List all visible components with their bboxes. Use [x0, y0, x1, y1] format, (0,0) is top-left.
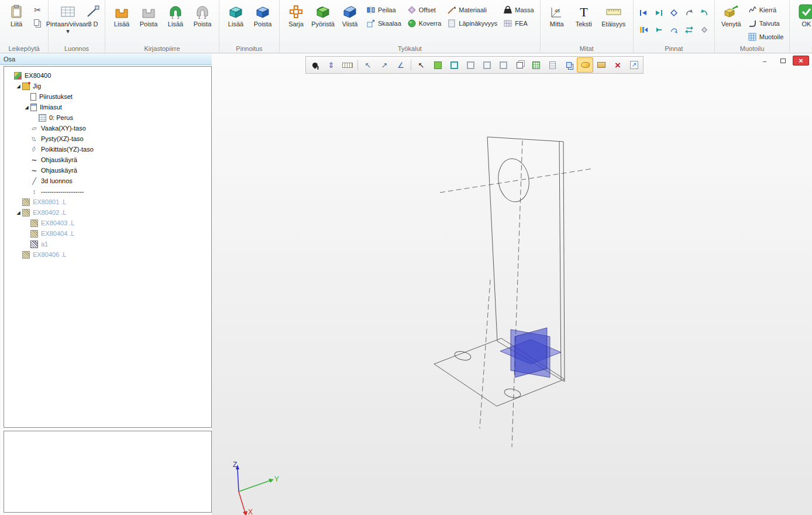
tree-item-icon	[22, 209, 30, 217]
group-label-kirjastopiirre: Kirjastopiirre	[105, 45, 219, 52]
mass-button[interactable]: Massa	[501, 5, 535, 15]
text-button[interactable]: T Teksti	[570, 2, 597, 40]
minimize-button[interactable]: –	[756, 56, 773, 66]
face-outline-3-icon[interactable]	[495, 57, 511, 73]
fillet-button[interactable]: Pyöristä	[309, 2, 336, 40]
3d-viewport[interactable]: Z Y X ⇕ ↖ ↗ ∠ ↖	[212, 54, 812, 515]
cut-button[interactable]: ✂	[31, 5, 44, 15]
mirror-button[interactable]: Peilaa	[364, 5, 403, 15]
tree-item[interactable]: a1	[4, 239, 211, 249]
expander-icon[interactable]: ◢	[23, 105, 30, 110]
tree-item[interactable]: Pysty(XZ)-taso	[4, 133, 211, 144]
measure-height-icon[interactable]: ⇕	[323, 57, 339, 73]
mesh-box-icon[interactable]	[528, 57, 544, 73]
curved-arrow-left-icon[interactable]	[682, 5, 696, 20]
library-arch-remove-button[interactable]: 12 Poista	[189, 2, 216, 40]
coating-add-button[interactable]: Lisää	[222, 2, 249, 40]
svg-text:T: T	[580, 5, 588, 19]
expander-icon[interactable]: ◢	[15, 84, 22, 89]
arrow-into-line-icon[interactable]	[636, 5, 651, 20]
arrow-left-icon[interactable]	[652, 22, 666, 37]
export-icon[interactable]: ↗	[626, 57, 642, 73]
tree-item[interactable]: EX80801 .L	[4, 197, 211, 207]
toolbar-icon	[467, 61, 474, 69]
delete-icon[interactable]: ×	[610, 57, 626, 73]
material-button[interactable]: Materiaali	[445, 5, 499, 15]
tree-item[interactable]: EX80400	[4, 70, 211, 81]
toolbar-icon: ↗	[630, 61, 638, 69]
print-icon[interactable]	[593, 57, 610, 73]
offset-button[interactable]: Offset	[405, 5, 443, 15]
sheet-icon[interactable]	[544, 57, 560, 73]
stacked-bars-arrow-icon[interactable]	[636, 22, 651, 37]
tree-item[interactable]: ◢ Ilmiasut	[4, 102, 211, 112]
pin-icon[interactable]	[307, 57, 323, 73]
stretch-button[interactable]: Venytä	[718, 2, 745, 40]
ruler-measure-icon	[605, 4, 622, 20]
material-icon	[447, 5, 456, 15]
chamfer-button[interactable]: Viistä	[336, 2, 363, 40]
sketch-3d-button[interactable]: 3 D	[84, 2, 102, 40]
copy-button[interactable]	[31, 18, 44, 29]
grid-plane-icon	[60, 4, 76, 20]
tree-item[interactable]: Vaaka(XY)-taso	[4, 123, 211, 133]
face-select-icon[interactable]	[429, 57, 446, 73]
fea-button[interactable]: FEA	[501, 18, 535, 29]
copy-surface-icon[interactable]	[560, 57, 577, 73]
arrow-out-line-icon[interactable]	[652, 5, 666, 20]
toolbar-icon	[434, 61, 442, 69]
tree-item[interactable]: EX80404 .L	[4, 228, 211, 239]
curved-arrow-right-icon[interactable]	[697, 5, 711, 20]
library-feature-remove-button[interactable]: Poista	[135, 2, 162, 40]
tree-item-label: EX80403 .L	[41, 219, 75, 226]
swap-arrows-icon[interactable]	[682, 22, 696, 37]
coating-remove-button[interactable]: Poista	[249, 2, 276, 40]
ruler-icon[interactable]	[339, 57, 356, 73]
axes-triad: Z Y X	[233, 461, 279, 515]
paste-button[interactable]: Liitä	[3, 2, 30, 40]
tree-item[interactable]: 3d luonnos	[4, 176, 211, 186]
maximize-button[interactable]	[775, 56, 791, 66]
snap-angle-icon[interactable]: ∠	[393, 57, 409, 73]
to-surface-line-button[interactable]: Pintaan/viivaan ▾	[51, 2, 84, 40]
toolbar-divider	[409, 57, 413, 73]
offset-diamond-icon[interactable]	[667, 5, 681, 20]
concave-button[interactable]: Koverra	[405, 18, 443, 29]
solid-box-icon[interactable]	[511, 57, 528, 73]
ok-button[interactable]: OK	[793, 2, 812, 40]
axis-z-label: Z	[233, 461, 237, 469]
tree-item[interactable]: Poikittais(YZ)-taso	[4, 144, 211, 154]
snap-line-icon[interactable]: ↗	[376, 57, 393, 73]
tree-item[interactable]: EX80406 .L	[4, 249, 211, 260]
diamond-icon[interactable]	[697, 22, 711, 37]
library-arch-add-button[interactable]: 12 Lisää	[162, 2, 189, 40]
snap-point-icon[interactable]: ↖	[360, 57, 376, 73]
scale-button[interactable]: Skaalaa	[364, 18, 403, 29]
tree-item[interactable]: 0: Perus	[4, 112, 211, 123]
distance-button[interactable]: Etäisyys	[597, 2, 630, 40]
transparency-button[interactable]: Läpinäkyvyys	[445, 18, 499, 29]
angle-45-icon: 45	[549, 4, 565, 20]
deform-button[interactable]: Muotoile	[746, 32, 786, 42]
tree-item[interactable]: --------------------	[4, 186, 211, 197]
edge-select-icon[interactable]	[446, 57, 462, 73]
tree-item[interactable]: ◢ EX80402 .L	[4, 207, 211, 218]
face-outline-2-icon[interactable]	[479, 57, 495, 73]
close-button[interactable]: ×	[793, 56, 809, 66]
tree-item[interactable]: Ohjauskäyrä	[4, 154, 211, 165]
tree-item[interactable]: EX80403 .L	[4, 218, 211, 228]
select-cursor-icon[interactable]: ↖	[413, 57, 429, 73]
tree-item[interactable]: Piirustukset	[4, 91, 211, 102]
bend-button[interactable]: Taivuta	[746, 18, 786, 29]
curved-arrow-up-icon[interactable]	[667, 22, 681, 37]
twist-button[interactable]: Kierrä	[746, 5, 786, 15]
expander-icon[interactable]: ◢	[15, 210, 22, 215]
face-outline-icon[interactable]	[462, 57, 479, 73]
surface-mode-icon[interactable]	[577, 57, 593, 73]
library-feature-add-button[interactable]: Lisää	[108, 2, 135, 40]
tree-item[interactable]: ◢ Jig	[4, 81, 211, 91]
tree-item-icon	[30, 167, 38, 174]
pattern-button[interactable]: Sarja	[283, 2, 309, 40]
dimension-button[interactable]: 45 Mitta	[543, 2, 570, 40]
tree-item[interactable]: Ohjauskäyrä	[4, 165, 211, 176]
